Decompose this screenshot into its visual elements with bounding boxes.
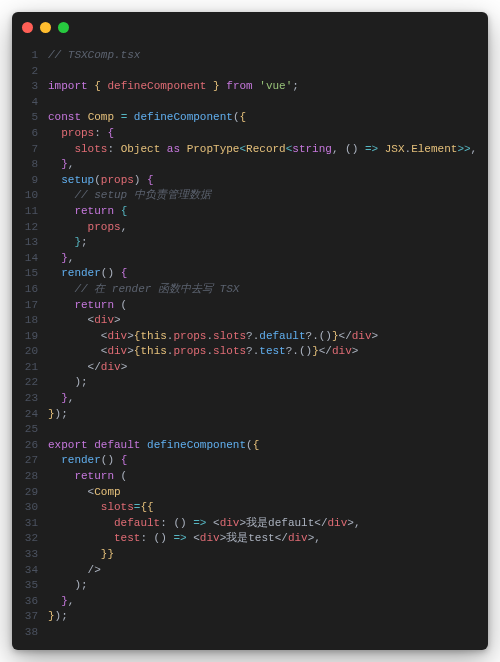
line-number: 27 xyxy=(12,453,48,469)
line-number: 33 xyxy=(12,547,48,563)
code-content: slots={{ xyxy=(48,500,488,516)
line-number: 1 xyxy=(12,48,48,64)
code-line: 25 xyxy=(12,422,488,438)
code-line: 35 ); xyxy=(12,578,488,594)
line-number: 16 xyxy=(12,282,48,298)
code-line: 32 test: () => <div>我是test</div>, xyxy=(12,531,488,547)
line-number: 37 xyxy=(12,609,48,625)
line-number: 35 xyxy=(12,578,48,594)
code-line: 26export default defineComponent({ xyxy=(12,438,488,454)
code-line: 27 render() { xyxy=(12,453,488,469)
code-window: 1// TSXComp.tsx23import { defineComponen… xyxy=(12,12,488,650)
code-content: // 在 render 函数中去写 TSX xyxy=(48,282,488,298)
code-content: }; xyxy=(48,235,488,251)
code-line: 20 <div>{this.props.slots?.test?.()}</di… xyxy=(12,344,488,360)
code-content: test: () => <div>我是test</div>, xyxy=(48,531,488,547)
code-line: 21 </div> xyxy=(12,360,488,376)
code-line: 34 /> xyxy=(12,563,488,579)
code-line: 24}); xyxy=(12,407,488,423)
code-content xyxy=(48,95,488,111)
line-number: 17 xyxy=(12,298,48,314)
code-line: 3import { defineComponent } from 'vue'; xyxy=(12,79,488,95)
code-line: 17 return ( xyxy=(12,298,488,314)
code-content: export default defineComponent({ xyxy=(48,438,488,454)
code-content xyxy=(48,422,488,438)
code-content: }, xyxy=(48,157,488,173)
code-content: <div>{this.props.slots?.default?.()}</di… xyxy=(48,329,488,345)
line-number: 28 xyxy=(12,469,48,485)
code-line: 29 <Comp xyxy=(12,485,488,501)
code-line: 37}); xyxy=(12,609,488,625)
code-editor: 1// TSXComp.tsx23import { defineComponen… xyxy=(12,42,488,650)
code-content: }); xyxy=(48,407,488,423)
code-line: 28 return ( xyxy=(12,469,488,485)
code-content: // setup 中负责管理数据 xyxy=(48,188,488,204)
code-content: props: { xyxy=(48,126,488,142)
code-content: render() { xyxy=(48,453,488,469)
line-number: 4 xyxy=(12,95,48,111)
code-content: return { xyxy=(48,204,488,220)
code-line: 2 xyxy=(12,64,488,80)
line-number: 15 xyxy=(12,266,48,282)
line-number: 9 xyxy=(12,173,48,189)
code-line: 6 props: { xyxy=(12,126,488,142)
code-line: 16 // 在 render 函数中去写 TSX xyxy=(12,282,488,298)
code-line: 22 ); xyxy=(12,375,488,391)
code-line: 13 }; xyxy=(12,235,488,251)
code-content: <div>{this.props.slots?.test?.()}</div> xyxy=(48,344,488,360)
code-line: 30 slots={{ xyxy=(12,500,488,516)
code-line: 19 <div>{this.props.slots?.default?.()}<… xyxy=(12,329,488,345)
code-content: return ( xyxy=(48,469,488,485)
line-number: 25 xyxy=(12,422,48,438)
code-content: <Comp xyxy=(48,485,488,501)
line-number: 22 xyxy=(12,375,48,391)
line-number: 32 xyxy=(12,531,48,547)
code-content: </div> xyxy=(48,360,488,376)
code-line: 31 default: () => <div>我是default</div>, xyxy=(12,516,488,532)
line-number: 38 xyxy=(12,625,48,641)
line-number: 11 xyxy=(12,204,48,220)
code-line: 11 return { xyxy=(12,204,488,220)
code-line: 12 props, xyxy=(12,220,488,236)
code-content: const Comp = defineComponent({ xyxy=(48,110,488,126)
line-number: 2 xyxy=(12,64,48,80)
code-content: }, xyxy=(48,251,488,267)
line-number: 29 xyxy=(12,485,48,501)
code-line: 33 }} xyxy=(12,547,488,563)
code-line: 8 }, xyxy=(12,157,488,173)
code-line: 4 xyxy=(12,95,488,111)
code-line: 36 }, xyxy=(12,594,488,610)
code-line: 23 }, xyxy=(12,391,488,407)
zoom-icon[interactable] xyxy=(58,22,69,33)
code-content xyxy=(48,64,488,80)
code-content: default: () => <div>我是default</div>, xyxy=(48,516,488,532)
code-content: }); xyxy=(48,609,488,625)
code-content: }} xyxy=(48,547,488,563)
code-content xyxy=(48,625,488,641)
line-number: 31 xyxy=(12,516,48,532)
code-line: 18 <div> xyxy=(12,313,488,329)
code-content: /> xyxy=(48,563,488,579)
code-content: import { defineComponent } from 'vue'; xyxy=(48,79,488,95)
code-content: }, xyxy=(48,391,488,407)
code-line: 5const Comp = defineComponent({ xyxy=(12,110,488,126)
minimize-icon[interactable] xyxy=(40,22,51,33)
code-content: }, xyxy=(48,594,488,610)
code-content: setup(props) { xyxy=(48,173,488,189)
window-titlebar xyxy=(12,12,488,42)
line-number: 19 xyxy=(12,329,48,345)
line-number: 18 xyxy=(12,313,48,329)
line-number: 3 xyxy=(12,79,48,95)
line-number: 12 xyxy=(12,220,48,236)
line-number: 26 xyxy=(12,438,48,454)
line-number: 34 xyxy=(12,563,48,579)
close-icon[interactable] xyxy=(22,22,33,33)
line-number: 8 xyxy=(12,157,48,173)
code-content: return ( xyxy=(48,298,488,314)
code-line: 38 xyxy=(12,625,488,641)
line-number: 24 xyxy=(12,407,48,423)
code-content: slots: Object as PropType<Record<string,… xyxy=(48,142,488,158)
code-content: props, xyxy=(48,220,488,236)
line-number: 5 xyxy=(12,110,48,126)
line-number: 23 xyxy=(12,391,48,407)
